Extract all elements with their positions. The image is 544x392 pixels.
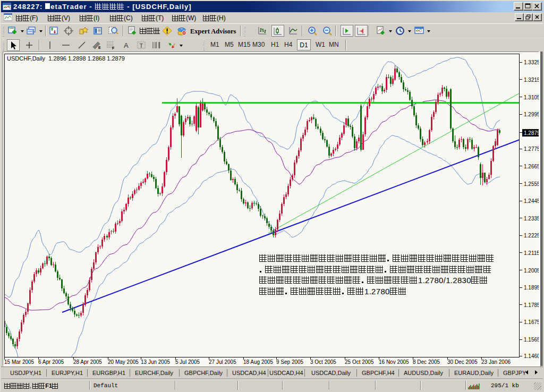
svg-text:1.2445: 1.2445: [524, 198, 540, 204]
svg-text:1.2115: 1.2115: [524, 250, 540, 256]
svg-text:1.1785: 1.1785: [524, 302, 540, 308]
svg-text:25 Oct 2005: 25 Oct 2005: [345, 359, 374, 365]
svg-text:8 Dec 2005: 8 Dec 2005: [413, 359, 440, 365]
svg-text:16 Nov 2005: 16 Nov 2005: [379, 359, 409, 365]
svg-text:F: F: [112, 46, 115, 50]
svg-text:13 Jun 2005: 13 Jun 2005: [141, 359, 170, 365]
svg-text:1.3325: 1.3325: [524, 59, 540, 65]
svg-text:28 Apr 2005: 28 Apr 2005: [73, 359, 102, 365]
svg-text:T: T: [140, 42, 143, 49]
svg-text:1.2005: 1.2005: [524, 268, 540, 274]
svg-text:1.1460: 1.1460: [524, 353, 540, 359]
svg-text:A: A: [124, 41, 129, 49]
svg-text:6 Apr 2005: 6 Apr 2005: [38, 359, 64, 365]
svg-text:18 Aug 2005: 18 Aug 2005: [243, 359, 274, 365]
svg-text:30 Dec 2005: 30 Dec 2005: [447, 359, 478, 365]
svg-text:1.1565: 1.1565: [524, 337, 540, 343]
svg-text:5 Jul 2005: 5 Jul 2005: [175, 359, 200, 365]
svg-text:23 Jan 2006: 23 Jan 2006: [481, 359, 511, 365]
svg-text:27 Jul 2005: 27 Jul 2005: [209, 359, 236, 365]
svg-text:1.2665: 1.2665: [524, 164, 540, 169]
svg-text:1.2335: 1.2335: [524, 216, 540, 221]
svg-text:E: E: [98, 46, 101, 49]
svg-text:20 May 2005: 20 May 2005: [108, 359, 139, 365]
svg-text:9 Sep 2005: 9 Sep 2005: [276, 359, 304, 365]
svg-text:1.3105: 1.3105: [524, 95, 540, 100]
svg-text:1.2775: 1.2775: [524, 146, 540, 152]
svg-text:15 Mar 2005: 15 Mar 2005: [4, 359, 35, 365]
svg-text:1.2555: 1.2555: [524, 181, 540, 187]
svg-text:1.1675: 1.1675: [524, 319, 540, 325]
svg-text:USDCHF,Daily 1.2896 1.2898 1.: USDCHF,Daily 1.2896 1.2898 1.2868 1.2879: [7, 55, 125, 62]
svg-text:1.2995: 1.2995: [524, 112, 540, 117]
svg-text:1.2225: 1.2225: [524, 233, 540, 238]
svg-text:1.3215: 1.3215: [524, 77, 540, 83]
svg-text:3 Oct 2005: 3 Oct 2005: [310, 359, 336, 365]
svg-text:1.1895: 1.1895: [524, 285, 540, 291]
svg-text:1.2879: 1.2879: [524, 130, 540, 136]
